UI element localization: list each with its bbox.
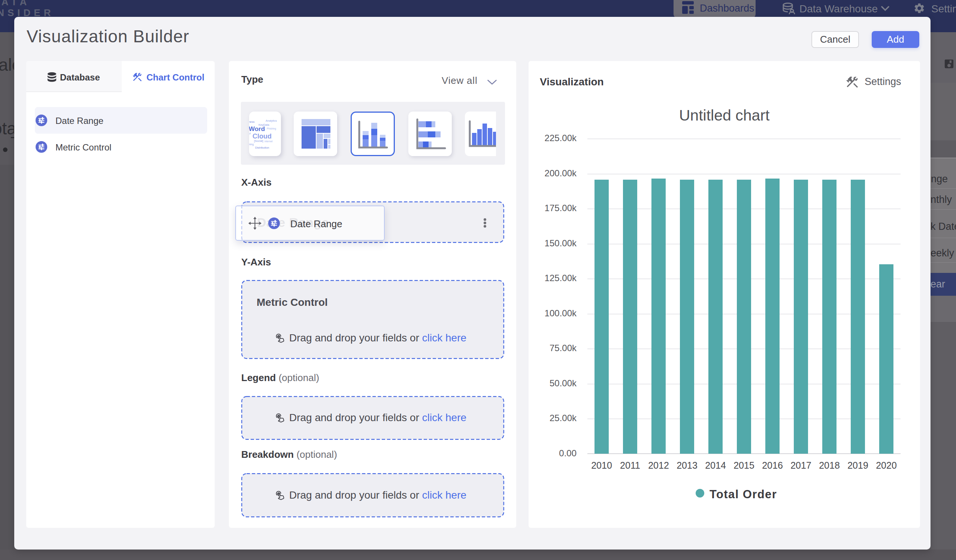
svg-text:Word: Word bbox=[249, 125, 265, 133]
svg-text:Distribution: Distribution bbox=[255, 146, 269, 149]
svg-text:[Social]: [Social] bbox=[254, 139, 263, 143]
svg-text:Analytics: Analytics bbox=[266, 119, 277, 122]
svg-text:ming: ming bbox=[249, 143, 254, 146]
svg-text:iness: iness bbox=[249, 120, 255, 124]
svg-text:Cloud: Cloud bbox=[253, 133, 272, 140]
svg-text:internet: internet bbox=[264, 140, 273, 143]
svg-text:Phishing: Phishing bbox=[267, 127, 276, 130]
svg-text:of: of bbox=[249, 132, 251, 135]
svg-text:-: - bbox=[264, 128, 265, 131]
